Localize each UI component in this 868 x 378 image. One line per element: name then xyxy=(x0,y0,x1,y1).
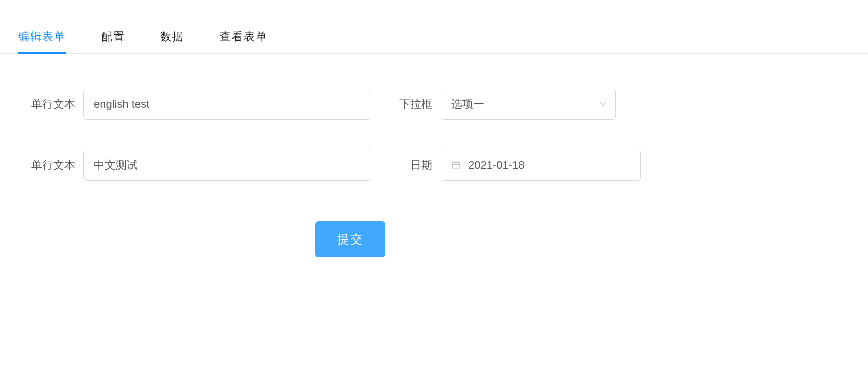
form-area: 单行文本 下拉框 选项一 单行文本 xyxy=(0,54,868,257)
text2-input[interactable] xyxy=(83,150,371,181)
select-value: 选项一 xyxy=(451,97,484,112)
form-item-text1: 单行文本 xyxy=(18,89,371,120)
date-value: 2021-01-18 xyxy=(468,159,525,172)
text2-label: 单行文本 xyxy=(18,158,83,173)
form-row-1: 单行文本 下拉框 选项一 xyxy=(18,89,850,120)
date-label: 日期 xyxy=(395,158,441,173)
submit-row: 提交 xyxy=(18,221,683,257)
date-picker[interactable]: 2021-01-18 xyxy=(441,150,641,181)
form-row-2: 单行文本 日期 2021-01-18 xyxy=(18,150,850,181)
tab-data[interactable]: 数据 xyxy=(160,20,184,53)
chevron-down-icon xyxy=(599,100,607,108)
tab-edit-form[interactable]: 编辑表单 xyxy=(18,20,66,53)
form-item-text2: 单行文本 xyxy=(18,150,371,181)
text1-input[interactable] xyxy=(83,89,371,120)
tab-config[interactable]: 配置 xyxy=(101,20,125,53)
tabs-bar: 编辑表单 配置 数据 查看表单 xyxy=(0,20,868,54)
select-dropdown[interactable]: 选项一 xyxy=(441,89,616,120)
text1-label: 单行文本 xyxy=(18,97,83,112)
select-label: 下拉框 xyxy=(395,97,441,112)
form-item-date: 日期 2021-01-18 xyxy=(395,150,641,181)
calendar-icon xyxy=(451,160,461,170)
submit-button[interactable]: 提交 xyxy=(315,221,385,257)
tab-view-form[interactable]: 查看表单 xyxy=(220,20,268,53)
form-item-select: 下拉框 选项一 xyxy=(395,89,616,120)
